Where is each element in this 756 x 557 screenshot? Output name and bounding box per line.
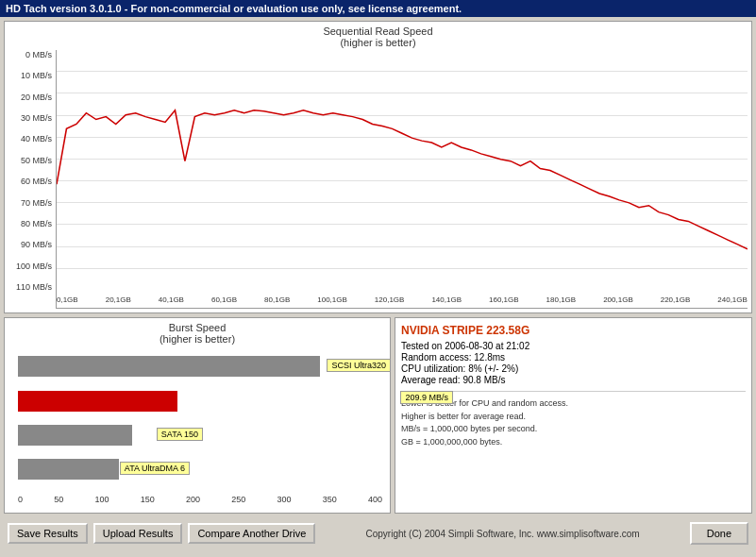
info-panel: NVIDIA STRIPE 223.58G Tested on 2006-08-… <box>395 317 752 514</box>
copyright-text: Copyright (C) 2004 Simpli Software, Inc.… <box>365 529 639 539</box>
bottom-bar: Save Results Upload Results Compare Anot… <box>4 517 752 549</box>
info-note-2: Higher is better for average read. <box>401 411 746 424</box>
sequential-chart-panel: Sequential Read Speed (higher is better)… <box>4 21 752 313</box>
seq-chart-title: Sequential Read Speed (higher is better) <box>8 25 748 48</box>
y-axis: 110 MB/s 100 MB/s 90 MB/s 80 MB/s 70 MB/… <box>8 50 56 309</box>
main-container: Sequential Read Speed (higher is better)… <box>0 17 756 553</box>
bottom-section: Burst Speed (higher is better) SCSI Ultr… <box>4 317 752 514</box>
bottom-buttons: Save Results Upload Results Compare Anot… <box>8 523 315 544</box>
upload-results-button[interactable]: Upload Results <box>93 523 183 544</box>
x-axis-labels: 0,1GB 20,1GB 40,1GB 60,1GB 80,1GB 100,1G… <box>57 291 748 308</box>
info-note-3: MB/s = 1,000,000 bytes per second. <box>401 423 746 436</box>
burst-x-axis: 0 50 100 150 200 250 300 350 400 <box>18 495 382 504</box>
seq-line-chart <box>57 50 748 291</box>
title-bar: HD Tach version 3.0.1.0 - For non-commer… <box>0 0 756 17</box>
burst-chart-area: SCSI Ultra320 209.9 MB/s SATA 150 <box>8 348 386 509</box>
info-line-3: CPU utilization: 8% (+/- 2%) <box>401 363 746 374</box>
seq-chart-area: 110 MB/s 100 MB/s 90 MB/s 80 MB/s 70 MB/… <box>8 50 748 309</box>
bar-row-scsi: SCSI Ultra320 <box>18 353 382 380</box>
title-text: HD Tach version 3.0.1.0 - For non-commer… <box>6 3 462 14</box>
bar-row-sata: SATA 150 <box>18 422 382 448</box>
save-results-button[interactable]: Save Results <box>8 523 88 544</box>
bar-row-ata: ATA UltraDMA 6 <box>18 456 382 482</box>
drive-name: NVIDIA STRIPE 223.58G <box>401 324 746 337</box>
seq-chart-plot: 0,1GB 20,1GB 40,1GB 60,1GB 80,1GB 100,1G… <box>56 50 748 309</box>
info-line-4: Average read: 90.8 MB/s <box>401 375 746 385</box>
burst-chart-panel: Burst Speed (higher is better) SCSI Ultr… <box>4 317 391 514</box>
done-button[interactable]: Done <box>690 522 748 545</box>
info-line-2: Random access: 12.8ms <box>401 352 746 363</box>
bar-row-current: 209.9 MB/s <box>18 388 382 414</box>
info-line-1: Tested on 2006-08-30 at 21:02 <box>401 341 746 351</box>
burst-chart-title: Burst Speed (higher is better) <box>8 322 386 345</box>
compare-drive-button[interactable]: Compare Another Drive <box>188 523 315 544</box>
info-note-4: GB = 1,000,000,000 bytes. <box>401 436 746 449</box>
